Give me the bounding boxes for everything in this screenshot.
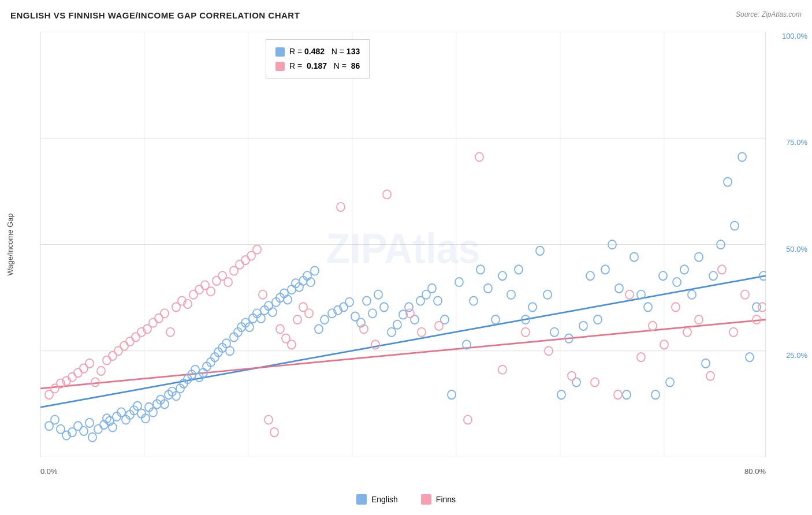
svg-point-80 [311, 266, 319, 275]
svg-point-115 [536, 247, 544, 255]
svg-point-122 [586, 271, 594, 280]
svg-point-111 [507, 290, 515, 299]
svg-point-160 [120, 341, 128, 350]
svg-point-153 [80, 364, 88, 373]
svg-point-142 [731, 221, 739, 230]
svg-point-108 [484, 284, 492, 293]
x-axis-labels: 0.0% 80.0% [40, 467, 766, 476]
svg-point-213 [672, 303, 680, 311]
svg-point-138 [702, 359, 710, 368]
svg-point-116 [543, 290, 552, 299]
y-axis-labels: 100.0% 75.0% 50.0% 25.0% [782, 32, 807, 457]
svg-point-180 [236, 260, 244, 269]
svg-point-141 [724, 178, 732, 186]
svg-point-176 [213, 277, 221, 285]
legend-box: R = 0.482 N = 133 R = 0.187 N = 86 [266, 39, 370, 79]
x-label-0: 0.0% [40, 467, 58, 476]
finns-swatch [275, 62, 285, 71]
svg-point-152 [74, 368, 82, 377]
svg-point-202 [475, 152, 483, 161]
svg-point-166 [155, 314, 163, 323]
svg-point-93 [388, 328, 396, 337]
svg-point-112 [515, 265, 523, 274]
svg-point-82 [321, 315, 329, 324]
bottom-legend: English Finns [0, 494, 812, 505]
svg-point-103 [448, 390, 456, 399]
svg-point-118 [557, 390, 565, 399]
svg-point-76 [295, 283, 303, 292]
svg-point-121 [579, 322, 587, 330]
svg-point-208 [614, 390, 622, 399]
svg-point-154 [85, 359, 94, 368]
svg-point-158 [109, 352, 117, 360]
svg-point-22 [85, 419, 94, 427]
svg-point-216 [706, 372, 714, 380]
svg-point-168 [166, 328, 174, 337]
svg-point-172 [189, 290, 198, 299]
svg-point-109 [491, 315, 500, 324]
svg-point-207 [591, 378, 599, 386]
svg-point-21 [80, 427, 88, 435]
chart-container: ENGLISH VS FINNISH WAGE/INCOME GAP CORRE… [0, 0, 812, 515]
svg-point-106 [470, 296, 478, 305]
legend-row-english: R = 0.482 N = 133 [275, 44, 360, 59]
svg-point-187 [276, 324, 284, 333]
svg-point-184 [259, 290, 267, 299]
svg-point-185 [265, 415, 273, 424]
svg-point-92 [380, 303, 388, 311]
svg-point-218 [729, 328, 737, 337]
svg-point-96 [405, 303, 413, 311]
svg-point-126 [615, 284, 623, 293]
svg-point-136 [688, 290, 696, 299]
svg-point-189 [288, 340, 296, 349]
svg-text:ZIPAtlas: ZIPAtlas [326, 225, 481, 272]
svg-point-199 [435, 322, 443, 330]
svg-point-190 [293, 315, 301, 324]
svg-point-178 [224, 278, 232, 286]
svg-point-144 [746, 353, 754, 361]
svg-point-128 [630, 253, 638, 262]
finns-r-label: R = 0.187 N = 86 [289, 59, 360, 73]
svg-point-157 [103, 356, 111, 364]
svg-line-13 [40, 276, 766, 408]
svg-point-219 [741, 290, 749, 299]
svg-point-161 [126, 337, 134, 346]
svg-point-130 [644, 303, 652, 311]
svg-point-196 [383, 190, 391, 199]
svg-line-14 [40, 320, 766, 389]
svg-point-204 [522, 328, 530, 337]
english-swatch [275, 47, 285, 57]
svg-point-91 [374, 290, 382, 299]
bottom-legend-english: English [356, 494, 398, 505]
svg-point-89 [363, 296, 371, 305]
bottom-english-swatch [356, 494, 367, 505]
svg-point-167 [161, 309, 169, 318]
svg-point-132 [659, 271, 667, 280]
svg-point-195 [371, 340, 379, 349]
svg-point-94 [393, 320, 401, 329]
svg-point-192 [305, 309, 313, 318]
svg-point-206 [568, 372, 576, 380]
bottom-english-label: English [371, 495, 398, 504]
chart-title: ENGLISH VS FINNISH WAGE/INCOME GAP CORRE… [10, 10, 300, 20]
svg-point-127 [623, 390, 631, 399]
svg-point-211 [649, 322, 657, 330]
svg-point-183 [253, 245, 261, 254]
legend-row-finns: R = 0.187 N = 86 [275, 59, 360, 73]
svg-point-214 [683, 328, 691, 337]
x-label-80: 80.0% [744, 467, 766, 476]
svg-point-134 [673, 278, 681, 286]
svg-point-123 [594, 315, 602, 324]
svg-point-215 [695, 315, 703, 324]
svg-point-74 [288, 285, 296, 294]
svg-point-124 [601, 265, 609, 274]
svg-point-156 [97, 367, 105, 375]
scatter-chart: ZIPAtlas [40, 32, 766, 457]
svg-point-16 [51, 415, 59, 424]
source-label: Source: ZipAtlas.com [736, 10, 802, 18]
svg-point-209 [625, 290, 634, 299]
svg-point-198 [418, 328, 426, 337]
svg-point-101 [434, 296, 442, 305]
svg-point-217 [718, 265, 726, 274]
svg-point-173 [195, 285, 203, 294]
